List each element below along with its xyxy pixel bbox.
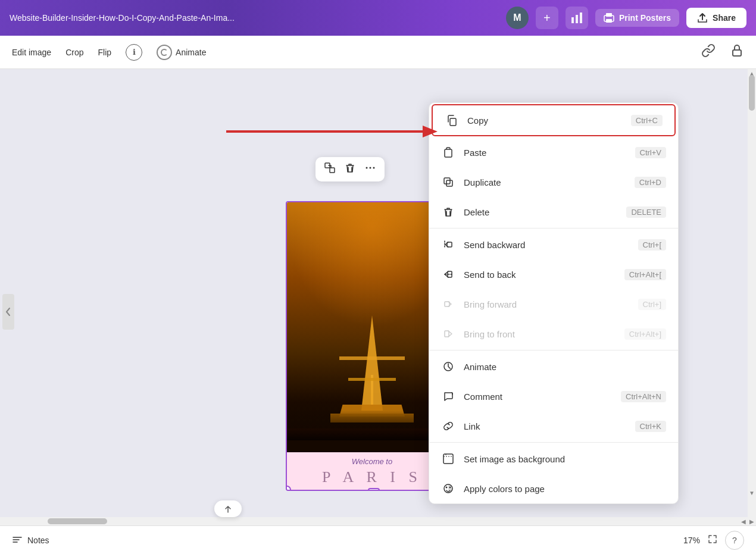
flip-button[interactable]: Flip xyxy=(98,48,112,57)
svg-rect-6 xyxy=(733,50,741,56)
share-button[interactable]: Share xyxy=(686,8,746,28)
bring-to-front-shortcut: Ctrl+Alt+] xyxy=(624,328,666,340)
set-background-icon xyxy=(441,452,455,466)
page-nav-button[interactable] xyxy=(214,500,242,517)
bring-to-front-label: Bring to front xyxy=(464,329,624,339)
scroll-right-arrow[interactable]: ▶ xyxy=(748,517,756,525)
menu-divider-2 xyxy=(429,350,678,350)
duplicate-menu-item[interactable]: Duplicate Ctrl+D xyxy=(429,167,678,197)
lock-icon[interactable] xyxy=(730,43,744,61)
svg-rect-13 xyxy=(445,149,452,157)
copy-shortcut: Ctrl+C xyxy=(631,115,663,126)
set-background-menu-item[interactable]: Set image as background xyxy=(429,444,678,474)
animate-menu-item[interactable]: Animate xyxy=(429,352,678,381)
svg-point-23 xyxy=(446,487,448,489)
expand-icon[interactable] xyxy=(707,534,718,547)
link-shortcut: Ctrl+K xyxy=(635,421,666,432)
delete-menu-icon xyxy=(441,205,455,219)
animate-label: Animate xyxy=(464,362,666,372)
paste-menu-item[interactable]: Paste Ctrl+V xyxy=(429,137,678,167)
link-menu-icon xyxy=(441,419,455,433)
comment-icon xyxy=(441,389,455,403)
handle-bottom-mid[interactable] xyxy=(368,488,380,491)
copy-label: Copy xyxy=(467,115,631,126)
paste-label: Paste xyxy=(464,148,635,158)
menu-divider-1 xyxy=(429,228,678,229)
svg-rect-1 xyxy=(576,15,578,23)
svg-point-11 xyxy=(373,167,375,169)
info-icon[interactable]: ℹ xyxy=(126,44,142,61)
svg-rect-5 xyxy=(606,19,612,23)
hscrollbar-thumb[interactable] xyxy=(48,518,107,524)
zoom-level: 17% xyxy=(683,536,700,545)
duplicate-icon xyxy=(441,175,455,189)
notes-section[interactable]: Notes xyxy=(12,535,49,546)
svg-rect-8 xyxy=(330,168,335,173)
paste-shortcut: Ctrl+V xyxy=(635,147,666,158)
bring-forward-shortcut: Ctrl+] xyxy=(638,299,666,310)
print-posters-button[interactable]: Print Posters xyxy=(595,9,679,27)
svg-rect-14 xyxy=(446,180,452,186)
scroll-left-arrow[interactable]: ◀ xyxy=(739,517,748,525)
set-background-label: Set image as background xyxy=(464,454,666,464)
delete-menu-item[interactable]: Delete DELETE xyxy=(429,197,678,227)
svg-rect-0 xyxy=(571,17,574,23)
notes-icon xyxy=(12,535,23,546)
document-title: Website-Builder-Insider-How-Do-I-Copy-An… xyxy=(10,13,499,23)
svg-rect-19 xyxy=(445,331,449,337)
canvas-area: Welcome to P A R I S ▲ ▼ ◀ ▶ Copy Ctrl+C xyxy=(0,69,756,554)
notes-label: Notes xyxy=(27,536,49,545)
apply-colors-icon xyxy=(441,481,455,496)
crop-button[interactable]: Crop xyxy=(65,48,83,57)
horizontal-scrollbar[interactable] xyxy=(0,517,748,525)
send-to-back-icon xyxy=(441,267,455,281)
svg-rect-4 xyxy=(606,13,612,17)
animate-menu-icon xyxy=(441,359,455,374)
svg-rect-12 xyxy=(450,118,456,126)
duplicate-shortcut: Ctrl+D xyxy=(635,177,666,188)
copy-icon xyxy=(445,113,459,127)
delete-shortcut: DELETE xyxy=(626,206,666,218)
bring-to-front-menu-item: Bring to front Ctrl+Alt+] xyxy=(429,319,678,349)
comment-label: Comment xyxy=(464,392,621,402)
bring-to-front-icon xyxy=(441,327,455,341)
comment-shortcut: Ctrl+Alt+N xyxy=(621,391,666,402)
svg-rect-15 xyxy=(444,178,450,184)
combine-icon[interactable] xyxy=(324,162,336,177)
more-options-icon[interactable] xyxy=(364,162,376,177)
svg-rect-21 xyxy=(443,454,453,464)
link-label: Link xyxy=(464,421,635,431)
apply-colors-menu-item[interactable]: Apply colors to page xyxy=(429,474,678,503)
comment-menu-item[interactable]: Comment Ctrl+Alt+N xyxy=(429,381,678,411)
animate-button[interactable]: Animate xyxy=(157,45,206,60)
delete-label: Delete xyxy=(464,207,626,217)
send-backward-menu-item[interactable]: Send backward Ctrl+[ xyxy=(429,230,678,259)
send-backward-label: Send backward xyxy=(464,240,638,250)
link-icon[interactable] xyxy=(701,43,716,61)
scrollbar-thumb[interactable] xyxy=(749,75,755,111)
topbar: Website-Builder-Insider-How-Do-I-Copy-An… xyxy=(0,0,756,36)
add-button[interactable]: + xyxy=(536,7,558,29)
avatar[interactable]: M xyxy=(506,7,529,29)
vertical-scrollbar[interactable]: ▲ ▼ xyxy=(748,69,756,525)
left-panel-toggle[interactable] xyxy=(2,294,14,330)
bring-forward-menu-item: Bring forward Ctrl+] xyxy=(429,289,678,319)
menu-divider-3 xyxy=(429,442,678,443)
link-menu-item[interactable]: Link Ctrl+K xyxy=(429,411,678,441)
help-icon[interactable]: ? xyxy=(725,531,744,550)
share-label: Share xyxy=(713,13,736,23)
send-to-back-menu-item[interactable]: Send to back Ctrl+Alt+[ xyxy=(429,259,678,289)
delete-icon[interactable] xyxy=(344,162,356,177)
red-arrow-indicator xyxy=(226,120,441,146)
toolbar: Edit image Crop Flip ℹ Animate xyxy=(0,36,756,69)
element-toolbar xyxy=(315,157,385,181)
edit-image-button[interactable]: Edit image xyxy=(12,48,51,57)
svg-point-24 xyxy=(449,487,451,489)
send-to-back-label: Send to back xyxy=(464,270,624,280)
send-backward-shortcut: Ctrl+[ xyxy=(638,239,666,251)
bring-forward-icon xyxy=(441,297,455,311)
send-backward-icon xyxy=(441,237,455,252)
scroll-down-arrow[interactable]: ▼ xyxy=(748,489,756,497)
copy-menu-item[interactable]: Copy Ctrl+C xyxy=(432,104,676,136)
analytics-button[interactable] xyxy=(566,7,588,29)
